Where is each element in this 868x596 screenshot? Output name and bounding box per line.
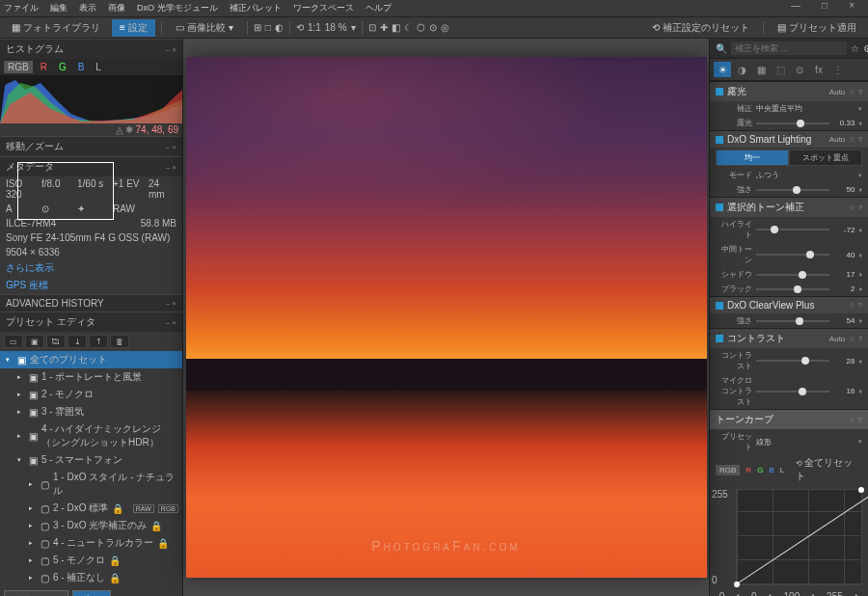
menu-optics[interactable]: DxO 光学モジュール [137, 2, 218, 14]
compare-dropdown[interactable]: ▭ 画像比較 ▾ [168, 19, 241, 37]
chevron-down-icon[interactable]: ▾ [351, 22, 356, 33]
reset-corrections[interactable]: ⟲ 補正設定のリセット [644, 19, 757, 37]
menu-view[interactable]: 表示 [79, 2, 96, 14]
tab-detail-icon[interactable]: ▦ [752, 62, 770, 77]
curve-tab-g[interactable]: G [757, 466, 763, 474]
preset-folder[interactable]: ▣ 1 - ポートレートと風景 [12, 368, 182, 386]
menu-help[interactable]: ヘルプ [366, 2, 392, 14]
microcontrast-slider[interactable] [756, 391, 829, 393]
highlight-slider[interactable] [756, 229, 829, 230]
preset-item[interactable]: ▢ 2 - DxO 標準 🔒RAW RGB [23, 500, 182, 517]
exposure-slider[interactable] [756, 122, 829, 124]
hist-tab-b[interactable]: B [74, 61, 89, 73]
tool-icon[interactable]: ☾ [404, 22, 413, 33]
tab-geometry-icon[interactable]: ⬚ [772, 62, 789, 77]
tool-icon[interactable]: ◎ [441, 22, 449, 33]
tone-curve[interactable] [736, 489, 862, 585]
tab-color-icon[interactable]: ◑ [733, 62, 750, 77]
close-icon[interactable]: × [849, 0, 854, 11]
meta-more[interactable]: さらに表示 [6, 261, 54, 275]
panel-toggle[interactable] [716, 136, 723, 144]
preset-copy-icon[interactable]: ⿻ [46, 335, 66, 348]
tool-icon[interactable]: ◧ [392, 22, 400, 33]
menu-palette[interactable]: 補正パレット [230, 2, 282, 14]
preset-root[interactable]: ▣ 全てのプリセット [0, 351, 182, 368]
zoom-fit-icon[interactable]: ⟲ [296, 22, 304, 33]
apply-button[interactable]: 適用 [72, 590, 111, 596]
tab-more-icon[interactable]: ⋮ [829, 62, 847, 77]
search-input[interactable] [731, 41, 847, 55]
star-icon[interactable]: ☆ [851, 43, 859, 54]
tool-icon[interactable]: ◐ [275, 22, 284, 33]
history-header[interactable]: ADVANCED HISTORY– × [0, 294, 182, 312]
maximize-icon[interactable]: □ [822, 0, 827, 11]
preset-item[interactable]: ▢ 5 - モノクロ 🔒 [23, 552, 182, 569]
preset-new-icon[interactable]: ▭ [4, 335, 23, 348]
strength-slider[interactable] [756, 189, 829, 191]
settings-tab[interactable]: ≡ 設定 [112, 19, 155, 37]
exposure-mode[interactable]: 中央重点平均 [756, 103, 854, 114]
panel-toggle[interactable] [716, 88, 723, 95]
hist-tab-r[interactable]: R [37, 61, 51, 73]
preset-delete-icon[interactable]: 🗑 [110, 335, 129, 348]
hist-tab-l[interactable]: L [92, 61, 105, 73]
tab-watermark-icon[interactable]: fx [810, 62, 827, 77]
apply-preset[interactable]: ▤ プリセット適用 [770, 19, 864, 37]
preset-folder[interactable]: ▣ 4 - ハイダイナミックレンジ（シングルショットHDR） [12, 420, 182, 451]
tool-icon[interactable]: ✚ [380, 22, 388, 33]
zoom-11[interactable]: 1:1 [308, 22, 321, 33]
zoom-pct[interactable]: 18 % [325, 22, 347, 33]
preset-item[interactable]: ▢ 1 - DxO スタイル - ナチュラル [23, 469, 182, 500]
tool-icon[interactable]: ⬡ [417, 22, 425, 33]
preset-item[interactable]: ▢ 4 - ニュートラルカラー 🔒 [23, 534, 182, 552]
tab-light-icon[interactable]: ☀ [714, 62, 731, 77]
gear-icon[interactable]: ⚙ [863, 43, 868, 54]
tab-local-icon[interactable]: ⊙ [791, 62, 808, 77]
contrast-slider[interactable] [756, 360, 829, 362]
curve-tab-r[interactable]: R [746, 466, 751, 474]
preset-folder[interactable]: ▣ 5 - スマートフォン [12, 451, 182, 469]
hist-tab-rgb[interactable]: RGB [4, 61, 33, 73]
preset-export-icon[interactable]: ⤒ [89, 335, 108, 348]
photolib-tab[interactable]: ▦ フォトライブラリ [4, 19, 108, 37]
hist-tab-g[interactable]: G [55, 61, 70, 73]
mode-select[interactable]: ふつう [756, 170, 854, 180]
image-preview[interactable]: PhotograFan.com [186, 57, 707, 578]
meta-gps[interactable]: GPS 座標 [6, 279, 48, 292]
midtone-slider[interactable] [756, 254, 829, 256]
minimize-icon[interactable]: — [791, 0, 800, 11]
curve-preset[interactable]: 線形 [756, 437, 854, 447]
seg-uniform[interactable]: 均一 [716, 149, 789, 166]
menu-image[interactable]: 画像 [108, 2, 125, 14]
preset-folder[interactable]: ▣ 3 - 雰囲気 [12, 403, 182, 420]
preset-import-icon[interactable]: ⤓ [68, 335, 87, 348]
shadow-slider[interactable] [756, 274, 829, 276]
curve-tab-rgb[interactable]: RGB [716, 465, 740, 475]
star-icon[interactable]: ☆ ? [849, 88, 862, 96]
movezoom-header[interactable]: 移動／ズーム– × [0, 136, 182, 156]
curve-tab-l[interactable]: L [780, 466, 784, 474]
preset-folder[interactable]: ▣ 2 - モノクロ [12, 386, 182, 403]
curve-tab-b[interactable]: B [769, 466, 773, 474]
curve-reset[interactable]: ⟲ 全てリセット [796, 456, 862, 483]
preset-editor-header[interactable]: プリセット エディタ– × [0, 312, 182, 332]
crop-icon[interactable]: ⊡ [368, 22, 376, 33]
preset-item[interactable]: ▢ 3 - DxO 光学補正のみ 🔒 [23, 517, 182, 534]
histogram-header[interactable]: ヒストグラム– × [0, 39, 182, 59]
meta-dims: 9504 × 6336 [6, 247, 60, 257]
panel-toggle[interactable] [716, 302, 723, 310]
clearview-slider[interactable] [756, 320, 829, 322]
menu-file[interactable]: ファイル [4, 2, 39, 14]
tool-icon[interactable]: □ [265, 22, 271, 33]
preset-item[interactable]: ▢ 6 - 補正なし 🔒 [23, 569, 182, 586]
tool-icon[interactable]: ⊞ [254, 22, 261, 33]
tool-icon[interactable]: ⊙ [429, 22, 437, 33]
menu-workspace[interactable]: ワークスペース [293, 2, 354, 14]
panel-toggle[interactable] [716, 203, 723, 211]
black-slider[interactable] [756, 288, 829, 290]
preset-folder-icon[interactable]: ▣ [25, 335, 44, 348]
seg-spot[interactable]: スポット重点 [789, 149, 862, 166]
panel-toggle[interactable] [716, 335, 723, 342]
edit-mode-button[interactable]: 編集モード [4, 590, 68, 596]
menu-edit[interactable]: 編集 [50, 2, 68, 14]
